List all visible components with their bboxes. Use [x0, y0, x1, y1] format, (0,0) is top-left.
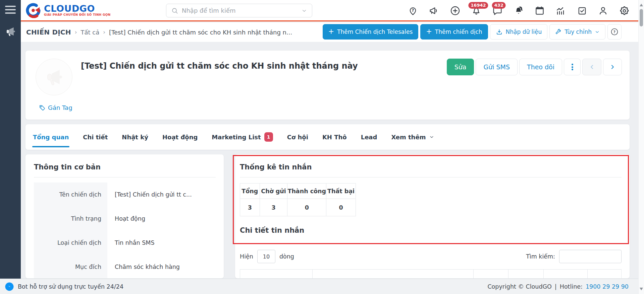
table-header-cell [508, 269, 543, 279]
previous-record-button[interactable] [582, 59, 601, 75]
left-sidebar [0, 0, 21, 279]
table-search-label: Tìm kiếm: [526, 253, 555, 260]
info-row-status: Tình trạng Hoạt động [34, 207, 216, 231]
basic-info-rows: Tên chiến dịch [Test] Chiến dịch gửi tt … [34, 182, 216, 279]
svg-text:?: ? [412, 8, 414, 13]
table-header-cell [473, 269, 508, 279]
tab-tong-quan[interactable]: Tổng quan [33, 124, 69, 150]
chevron-down-icon [429, 134, 434, 140]
breadcrumb-record[interactable]: [Test] Chiến dịch gửi tt chăm sóc cho KH… [109, 29, 292, 36]
search-icon [171, 7, 178, 14]
table-header-cell [240, 269, 312, 279]
tab-marketing-list[interactable]: Marketing List 1 [212, 124, 273, 150]
top-header: CLOUDGO GIẢI PHÁP CHUYỂN ĐỔI SỐ TINH GỌN… [21, 0, 644, 21]
wrench-icon [555, 29, 561, 35]
chevron-down-icon [595, 29, 600, 34]
megaphone-icon[interactable] [428, 5, 440, 16]
help-pin-icon[interactable]: ? [407, 5, 419, 16]
assign-tag-link[interactable]: Gán Tag [39, 104, 72, 111]
chat-icon[interactable]: 432 [492, 5, 503, 16]
info-row-campaign-type: Loại chiến dịch Tin nhắn SMS [34, 231, 216, 255]
rows-per-page-select[interactable]: 10 [257, 250, 275, 263]
tab-chi-tiet[interactable]: Chi tiết [83, 124, 108, 150]
svg-text:?: ? [613, 30, 615, 34]
user-icon[interactable] [597, 5, 609, 16]
more-actions-kebab-icon[interactable] [564, 59, 581, 75]
hotline-label: Hotline: [560, 283, 583, 290]
sms-detail-controls: Hiện 10 dòng Tìm kiếm: [240, 250, 622, 263]
plus-circle-icon[interactable] [449, 5, 461, 16]
tab-xem-them[interactable]: Xem thêm [391, 124, 434, 150]
help-button[interactable]: ? [607, 24, 622, 40]
menu-hamburger-icon[interactable] [5, 6, 16, 16]
send-sms-button[interactable]: Gửi SMS [476, 59, 518, 75]
bell-icon[interactable]: 16942 [471, 5, 482, 16]
plus-icon: + [328, 28, 334, 35]
edit-button[interactable]: Sửa [447, 59, 474, 75]
record-title: [Test] Chiến dịch gửi tt chăm sóc cho KH… [81, 61, 358, 71]
breadcrumb: CHIẾN DỊCH › Tất cả › [Test] Chiến dịch … [26, 22, 292, 42]
header-icon-row: ? 16942 432 [407, 0, 630, 21]
next-record-button[interactable] [603, 59, 622, 75]
follow-button[interactable]: Theo dõi [519, 59, 562, 75]
chevron-right-icon [609, 64, 616, 70]
table-header-cell [587, 269, 622, 279]
search-placeholder: Nhập để tìm kiếm [182, 7, 298, 14]
sms-detail-table-header [240, 269, 622, 279]
footer-bar: Bot hỗ trợ sử dụng trực tuyến 24/24 Copy… [0, 279, 644, 294]
customize-button[interactable]: Tùy chỉnh [549, 24, 605, 40]
search-chevron-down-icon[interactable] [301, 8, 307, 14]
scrollbar-thumb[interactable] [640, 9, 643, 26]
table-header-cell [543, 269, 587, 279]
info-row-campaign-name: Tên chiến dịch [Test] Chiến dịch gửi tt … [34, 182, 216, 207]
sms-stats-table: Tổng Chờ gửi Thành công Thất bại 3 3 0 0 [240, 183, 356, 216]
task-check-icon[interactable] [576, 5, 588, 16]
show-rows-label: Hiện [240, 253, 253, 260]
tab-co-hoi[interactable]: Cơ hội [287, 124, 308, 150]
chat-badge: 432 [492, 2, 506, 9]
add-campaign-button[interactable]: + Thêm chiến dịch [420, 24, 488, 40]
tab-kh-tho[interactable]: KH Thô [322, 124, 347, 150]
campaign-module-megaphone-icon[interactable] [4, 25, 16, 39]
scroll-up-arrow-icon[interactable] [640, 4, 643, 6]
info-row-purpose: Mục đích Chăm sóc khách hàng [34, 255, 216, 279]
sms-stats-panel: Thống kê tin nhắn Tổng Chờ gửi Thành côn… [235, 154, 630, 279]
chevron-left-icon [589, 64, 595, 70]
rows-unit-label: dòng [279, 253, 294, 260]
double-bell-icon[interactable] [513, 5, 524, 16]
table-search-input[interactable] [559, 250, 622, 263]
download-icon [496, 28, 503, 35]
copyright-text: Copyright © CloudGO [487, 283, 551, 290]
question-circle-icon: ? [610, 27, 619, 36]
basic-info-title: Thông tin cơ bản [34, 163, 216, 171]
tab-nhat-ky[interactable]: Nhật ký [122, 124, 148, 150]
add-telesales-campaign-button[interactable]: + Thêm Chiến dịch Telesales [323, 24, 419, 40]
cloudgo-logo[interactable]: CLOUDGO GIẢI PHÁP CHUYỂN ĐỔI SỐ TINH GỌN [25, 3, 111, 18]
scroll-down-arrow-icon[interactable] [640, 288, 643, 290]
tab-lead[interactable]: Lead [361, 124, 377, 150]
record-avatar [36, 59, 72, 95]
breadcrumb-separator: › [75, 29, 77, 35]
breadcrumb-separator: › [103, 29, 105, 35]
record-action-buttons: Sửa Gửi SMS Theo dõi [447, 59, 622, 75]
footer-separator: | [555, 283, 557, 290]
table-header-cell [312, 269, 473, 279]
support-bot-text[interactable]: Bot hỗ trợ sử dụng trực tuyến 24/24 [18, 283, 123, 290]
tab-hoat-dong[interactable]: Hoạt động [162, 124, 198, 150]
sms-stats-value-row: 3 3 0 0 [240, 199, 356, 216]
sms-detail-title: Chi tiết tin nhắn [240, 226, 622, 234]
hotline-number[interactable]: 1900 29 29 90 [586, 283, 629, 290]
global-search[interactable]: Nhập để tìm kiếm [166, 4, 312, 17]
vertical-scrollbar[interactable] [638, 0, 644, 294]
marketing-list-count-badge: 1 [264, 132, 273, 142]
basic-info-panel: Thông tin cơ bản Tên chiến dịch [Test] C… [25, 154, 224, 279]
analytics-chart-icon[interactable] [555, 5, 567, 16]
breadcrumb-module[interactable]: CHIẾN DỊCH [26, 28, 71, 36]
gear-icon[interactable] [619, 5, 630, 16]
breadcrumb-all[interactable]: Tất cả [81, 29, 100, 36]
plus-icon: + [426, 28, 432, 35]
import-data-button[interactable]: Nhập dữ liệu [490, 24, 548, 40]
record-tabs: Tổng quan Chi tiết Nhật ký Hoạt động Mar… [25, 124, 630, 150]
calendar-icon[interactable] [534, 5, 545, 16]
messenger-icon[interactable] [4, 282, 14, 292]
